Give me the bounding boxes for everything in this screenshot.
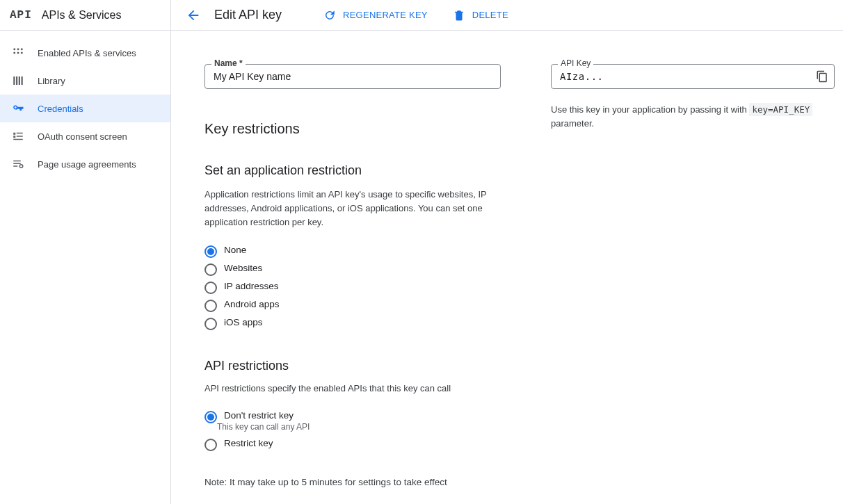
consent-icon: [10, 130, 26, 143]
svg-rect-7: [16, 76, 17, 85]
svg-point-0: [13, 48, 15, 50]
api-key-field-label: API Key: [558, 58, 593, 68]
api-key-hint-suffix: parameter.: [551, 118, 594, 129]
name-input[interactable]: [204, 64, 501, 89]
api-key-hint-code: key=API_KEY: [749, 103, 812, 116]
svg-point-2: [21, 48, 23, 50]
arrow-left-icon: [186, 8, 201, 23]
svg-rect-8: [19, 76, 20, 85]
radio-none[interactable]: None: [204, 245, 551, 263]
svg-point-3: [13, 52, 15, 54]
settings-note: Note: It may take up to 5 minutes for se…: [204, 477, 551, 487]
api-restriction-description: API restrictions specify the enabled API…: [204, 382, 497, 396]
refresh-icon: [323, 9, 336, 22]
radio-dont-restrict[interactable]: Don't restrict key This key can call any…: [204, 410, 551, 438]
api-key-hint-prefix: Use this key in your application by pass…: [551, 104, 749, 115]
sidebar-item-enabled-apis[interactable]: Enabled APIs & services: [0, 39, 170, 67]
svg-rect-16: [13, 163, 21, 165]
name-field: Name *: [204, 64, 551, 89]
delete-button[interactable]: DELETE: [453, 9, 508, 22]
api-key-value: AIza...: [560, 71, 604, 82]
svg-rect-17: [13, 165, 17, 167]
back-button[interactable]: [185, 7, 202, 24]
sidebar: API APIs & Services Enabled APIs & servi…: [0, 0, 171, 504]
sidebar-item-label: OAuth consent screen: [38, 131, 127, 142]
app-restriction-description: Application restrictions limit an API ke…: [204, 188, 497, 229]
radio-icon: [204, 245, 217, 258]
regenerate-key-button[interactable]: REGENERATE KEY: [323, 9, 428, 22]
svg-rect-14: [13, 139, 23, 140]
svg-point-4: [17, 52, 19, 54]
radio-label: iOS apps: [224, 317, 263, 327]
name-field-label: Name *: [211, 58, 246, 68]
sidebar-item-label: Credentials: [38, 104, 83, 114]
trash-icon: [453, 9, 465, 22]
sidebar-header: API APIs & Services: [0, 0, 170, 31]
radio-ip-addresses[interactable]: IP addresses: [204, 281, 551, 299]
radio-icon: [204, 282, 217, 294]
sidebar-item-label: Enabled APIs & services: [38, 48, 136, 58]
sidebar-item-credentials[interactable]: Credentials: [0, 95, 170, 122]
radio-label: IP addresses: [224, 281, 279, 291]
svg-rect-9: [22, 76, 23, 85]
grid-icon: [10, 47, 26, 59]
sidebar-item-page-usage[interactable]: Page usage agreements: [0, 150, 170, 178]
api-logo: API: [10, 9, 32, 22]
radio-icon: [204, 439, 217, 451]
svg-rect-10: [13, 133, 15, 135]
api-restriction-heading: API restrictions: [204, 359, 551, 373]
radio-label: Websites: [224, 263, 262, 273]
radio-icon: [204, 300, 217, 312]
radio-icon: [204, 318, 217, 330]
radio-ios-apps[interactable]: iOS apps: [204, 317, 551, 335]
svg-point-1: [17, 48, 19, 50]
api-key-hint: Use this key in your application by pass…: [551, 103, 826, 131]
api-restriction-radio-group: Don't restrict key This key can call any…: [204, 410, 551, 456]
svg-rect-6: [13, 76, 15, 85]
radio-label: Restrict key: [224, 438, 273, 448]
svg-point-5: [21, 52, 23, 54]
agreement-icon: [10, 158, 26, 170]
right-column: API Key AIza... Use this key in your app…: [551, 64, 835, 487]
key-icon: [10, 102, 26, 115]
api-key-field: API Key AIza...: [551, 64, 835, 89]
left-column: Name * Key restrictions Set an applicati…: [204, 64, 551, 487]
key-restrictions-heading: Key restrictions: [204, 121, 551, 137]
radio-websites[interactable]: Websites: [204, 263, 551, 281]
svg-rect-12: [17, 133, 23, 134]
radio-icon: [204, 411, 217, 423]
regenerate-key-label: REGENERATE KEY: [343, 10, 428, 20]
sidebar-item-oauth-consent[interactable]: OAuth consent screen: [0, 122, 170, 150]
radio-restrict-key[interactable]: Restrict key: [204, 438, 551, 456]
copy-api-key-button[interactable]: [816, 70, 828, 83]
radio-icon: [204, 263, 217, 276]
sidebar-item-label: Library: [38, 76, 65, 86]
radio-sublabel: This key can call any API: [217, 422, 310, 432]
svg-rect-15: [13, 161, 21, 162]
sidebar-nav: Enabled APIs & services Library Credenti…: [0, 31, 170, 178]
app-restriction-radio-group: None Websites IP addresses Android apps: [204, 245, 551, 335]
radio-label: Android apps: [224, 299, 280, 309]
radio-android-apps[interactable]: Android apps: [204, 299, 551, 317]
topbar: Edit API key REGENERATE KEY DELETE: [171, 0, 843, 31]
radio-label: Don't restrict key: [224, 410, 310, 421]
sidebar-item-label: Page usage agreements: [38, 159, 136, 170]
svg-rect-11: [13, 136, 15, 138]
svg-point-18: [19, 165, 23, 168]
main: Edit API key REGENERATE KEY DELETE Name …: [171, 0, 843, 504]
page-title: Edit API key: [214, 8, 282, 22]
delete-label: DELETE: [472, 10, 508, 20]
sidebar-title: APIs & Services: [42, 9, 122, 22]
copy-icon: [816, 70, 828, 83]
svg-rect-13: [17, 136, 23, 137]
library-icon: [10, 74, 26, 87]
content: Name * Key restrictions Set an applicati…: [171, 31, 843, 504]
radio-label: None: [224, 245, 246, 255]
sidebar-item-library[interactable]: Library: [0, 67, 170, 95]
app-restriction-heading: Set an application restriction: [204, 163, 551, 178]
